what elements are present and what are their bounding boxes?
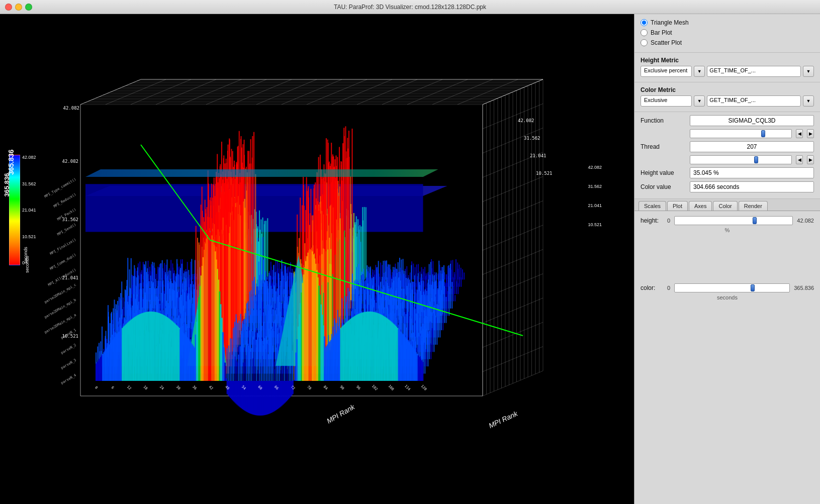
tab-render[interactable]: Render (739, 201, 768, 211)
y-label-0: 42.082 (588, 165, 602, 170)
height-value-text: 35.045 % (693, 169, 719, 176)
color-scale-row: color: 0 365.836 seconds (641, 283, 814, 300)
right-panel: Triangle Mesh Bar Plot Scatter Plot Heig… (634, 14, 820, 504)
height-value-box: 35.045 % (690, 167, 814, 178)
height-scale-slider[interactable] (674, 216, 793, 225)
close-button[interactable] (5, 4, 12, 11)
color-scale-max: 365.836 (794, 285, 814, 291)
color-metric-row: Exclusive ▼ GET_TIME_OF_... ▼ (641, 95, 814, 107)
height-metric-dropdown2[interactable]: GET_TIME_OF_... (707, 66, 801, 77)
color-scale-thumb[interactable] (751, 284, 755, 291)
function-value: SIGMAD_CQL3D (728, 117, 775, 124)
height-value-key: Height value (641, 169, 686, 176)
thread-slider-row[interactable]: ◀ ▶ (641, 155, 814, 164)
height-metric-dropdown1[interactable]: Exclusive percent (641, 66, 692, 77)
height-scale-max: 42.082 (797, 218, 814, 224)
function-thread-section: Function SIGMAD_CQL3D ◀ ▶ Thread 207 (634, 112, 820, 199)
radio-triangle-mesh[interactable]: Triangle Mesh (641, 19, 814, 26)
color-scale-slider[interactable] (674, 283, 790, 292)
seconds-axis-label: seconds (25, 256, 30, 273)
height-metric-dropdown1-btn[interactable]: ▼ (694, 66, 705, 77)
titlebar: TAU: ParaProf: 3D Visualizer: cmod.128x1… (0, 0, 820, 14)
thread-value-box: 207 (690, 141, 814, 152)
tab-color[interactable]: Color (713, 201, 737, 211)
y-axis-right-labels: 42.082 31.562 21.041 10.521 (588, 165, 602, 227)
function-slider[interactable] (690, 129, 792, 138)
height-scale-thumb[interactable] (753, 217, 757, 224)
function-prev-btn[interactable]: ◀ (796, 129, 803, 138)
tab-axes[interactable]: Axes (689, 201, 712, 211)
main-area: 42.082 31.562 21.041 10.521 0 365.836 se… (0, 14, 820, 504)
color-metric-dropdown2-btn[interactable]: ▼ (803, 95, 814, 107)
color-value-text: 304.666 seconds (693, 183, 739, 190)
radio-bar-plot[interactable]: Bar Plot (641, 29, 814, 36)
thread-row: Thread 207 (641, 141, 814, 152)
tabs-bar: Scales Plot Axes Color Render (634, 199, 820, 211)
render-mode-group: Triangle Mesh Bar Plot Scatter Plot (634, 14, 820, 53)
cb-label-1: 31.562 (22, 181, 36, 186)
color-scale-unit: seconds (641, 294, 814, 300)
3d-canvas[interactable] (0, 14, 634, 504)
maximize-button[interactable] (25, 4, 32, 11)
radio-scatter-input[interactable] (641, 39, 648, 46)
radio-scatter-label: Scatter Plot (651, 39, 682, 46)
height-scale-min: 0 (667, 218, 670, 224)
color-scale-label: color: (641, 284, 663, 291)
window-controls[interactable] (5, 4, 32, 11)
y-label-2: 21.041 (588, 203, 602, 208)
height-metric-label: Height Metric (641, 57, 814, 64)
color-metric-dropdown1[interactable]: Exclusive (641, 95, 692, 107)
thread-value: 207 (747, 143, 757, 150)
radio-bar-input[interactable] (641, 29, 648, 36)
function-next-btn[interactable]: ▶ (807, 129, 814, 138)
function-slider-thumb[interactable] (761, 130, 765, 137)
radio-triangle-label: Triangle Mesh (651, 19, 689, 26)
cb-label-0: 42.082 (22, 155, 36, 160)
thread-slider-thumb[interactable] (754, 156, 758, 163)
tab-scales[interactable]: Scales (639, 201, 666, 211)
radio-triangle-input[interactable] (641, 19, 648, 26)
color-value-row: Color value 304.666 seconds (641, 181, 814, 192)
tab-plot[interactable]: Plot (667, 201, 688, 211)
radio-bar-label: Bar Plot (651, 29, 672, 36)
y-label-3: 10.521 (588, 222, 602, 227)
function-row: Function SIGMAD_CQL3D (641, 115, 814, 126)
height-metric-row: Exclusive percent ▼ GET_TIME_OF_... ▼ (641, 66, 814, 77)
y-label-1: 31.562 (588, 184, 602, 189)
color-metric-dropdown2[interactable]: GET_TIME_OF_... (707, 95, 801, 107)
color-metric-section: Color Metric Exclusive ▼ GET_TIME_OF_...… (634, 82, 820, 112)
function-value-box: SIGMAD_CQL3D (690, 115, 814, 126)
height-metric-dropdown2-btn[interactable]: ▼ (803, 66, 814, 77)
height-scale-header: height: 0 42.082 (641, 216, 814, 225)
thread-slider[interactable] (690, 155, 792, 164)
color-value-box: 304.666 seconds (690, 181, 814, 192)
thread-key: Thread (641, 143, 686, 150)
height-scale-unit: % (641, 227, 814, 233)
thread-next-btn[interactable]: ▶ (807, 155, 814, 164)
radio-scatter-plot[interactable]: Scatter Plot (641, 39, 814, 46)
height-value-row: Height value 35.045 % (641, 167, 814, 178)
height-metric-section: Height Metric Exclusive percent ▼ GET_TI… (634, 53, 820, 82)
cb-label-2: 21.041 (22, 208, 36, 213)
function-key: Function (641, 117, 686, 124)
height-scale-row: height: 0 42.082 % (641, 216, 814, 233)
scales-content: height: 0 42.082 % color: 0 365. (634, 211, 820, 504)
y-axis-big-number: 365.836 (7, 149, 15, 175)
color-scale-header: color: 0 365.836 (641, 283, 814, 292)
color-metric-label: Color Metric (641, 86, 814, 93)
color-scale-min: 0 (667, 285, 670, 291)
colorbar-labels: 42.082 31.562 21.041 10.521 0 (22, 155, 36, 265)
color-metric-dropdown1-btn[interactable]: ▼ (694, 95, 705, 107)
viz-area[interactable]: 42.082 31.562 21.041 10.521 0 365.836 se… (0, 14, 634, 504)
window-title: TAU: ParaProf: 3D Visualizer: cmod.128x1… (334, 4, 486, 11)
height-scale-label: height: (641, 217, 663, 224)
thread-prev-btn[interactable]: ◀ (796, 155, 803, 164)
minimize-button[interactable] (15, 4, 22, 11)
cb-label-3: 10.521 (22, 234, 36, 239)
color-value-key: Color value (641, 183, 686, 190)
function-slider-row[interactable]: ◀ ▶ (641, 129, 814, 138)
